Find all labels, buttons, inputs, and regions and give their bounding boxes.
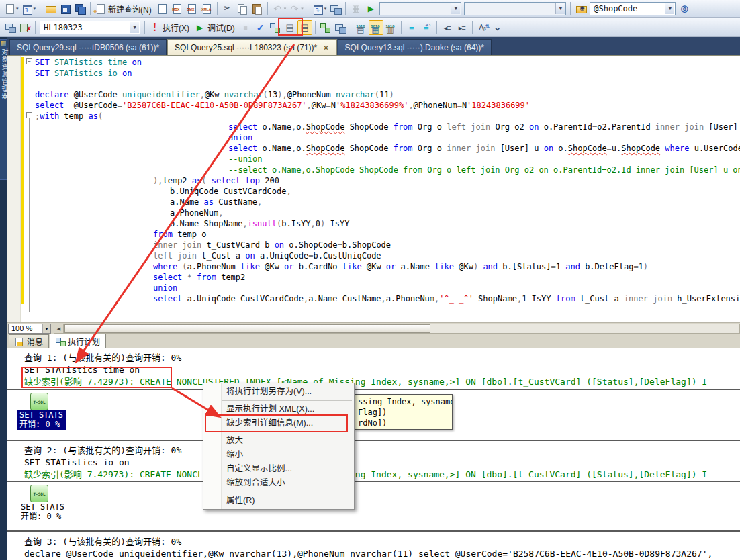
document-tab-label: SQLQuery25.sql -····L180323 (sa (71))* bbox=[175, 43, 317, 52]
code-area: SET STATistics time onSET STATistics io … bbox=[7, 56, 740, 322]
code-token: like bbox=[342, 262, 367, 271]
code-token: , bbox=[381, 294, 386, 304]
plan-node-tsql-icon[interactable]: T-SQL bbox=[30, 393, 48, 410]
search-folder-button[interactable] bbox=[573, 1, 588, 16]
include-client-statistics-button[interactable] bbox=[333, 20, 348, 35]
include-actual-plan-button-icon bbox=[320, 22, 331, 33]
results-to-file-button[interactable] bbox=[383, 20, 398, 35]
new-query-button[interactable]: 新建查询(N) bbox=[93, 1, 155, 16]
find-in-files-button[interactable] bbox=[677, 1, 692, 16]
scrollbar-thumb[interactable] bbox=[64, 324, 430, 333]
tab-messages[interactable]: 消息 bbox=[9, 334, 49, 348]
tab-execution-plan[interactable]: 执行计划 bbox=[50, 334, 106, 348]
change-connection-button[interactable] bbox=[17, 20, 32, 35]
paste-button[interactable] bbox=[250, 1, 265, 16]
code-token: b.CardNo bbox=[299, 262, 342, 271]
menu-item-3[interactable]: 缺少索引详细信息(M)... bbox=[203, 416, 354, 430]
menu-item-5[interactable]: 缩小 bbox=[203, 448, 354, 462]
code-token: 'B2587C6B-EEAC-4E10-A50B-0D89F873A267' bbox=[122, 101, 307, 110]
plan-node-label[interactable]: SET STATS 开销: 0 % bbox=[21, 502, 64, 521]
plan-node-tsql-icon[interactable]: T-SQL bbox=[30, 485, 48, 502]
cut-button[interactable] bbox=[220, 1, 235, 16]
database-combo[interactable]: HL180323▼ bbox=[40, 21, 140, 34]
code-token: on bbox=[122, 68, 132, 78]
stop-button[interactable] bbox=[238, 20, 253, 35]
activity-monitor-button[interactable] bbox=[349, 1, 363, 16]
code-token: nvarchar bbox=[224, 90, 263, 99]
new-window-split-button[interactable]: ▾ bbox=[20, 1, 38, 16]
section-separator bbox=[7, 481, 740, 482]
results-to-text-button[interactable] bbox=[354, 20, 369, 35]
undo-split-button-icon bbox=[272, 3, 283, 14]
scroll-left-icon[interactable]: ◀ bbox=[54, 324, 64, 333]
results-to-file-button-icon bbox=[385, 22, 396, 33]
menu-item-1[interactable]: 将执行计划另存为(V)... bbox=[203, 385, 354, 399]
open-file-button[interactable] bbox=[43, 1, 58, 16]
code-token: with bbox=[40, 111, 64, 121]
undo-split-button[interactable]: ▾ bbox=[271, 1, 288, 16]
menu-item-7[interactable]: 缩放到合适大小 bbox=[203, 476, 354, 490]
parse-button[interactable] bbox=[253, 20, 268, 35]
results-to-text-button-icon bbox=[355, 22, 367, 33]
copy-button-icon bbox=[236, 3, 248, 14]
execute-button[interactable]: 执行(X) bbox=[148, 20, 193, 35]
code-line: SET STATistics time on bbox=[35, 57, 142, 68]
mdx-query-button[interactable]: MDX bbox=[170, 1, 185, 16]
query-header: 查询 1: (与该批有关的)查询开销: 0% bbox=[24, 352, 181, 363]
debug-button[interactable]: 调试(D) bbox=[193, 20, 238, 35]
dmx-query-button[interactable]: DMX bbox=[185, 1, 199, 16]
menu-item-4[interactable]: 放大 bbox=[203, 434, 354, 448]
redo-split-button[interactable]: ▾ bbox=[287, 1, 305, 16]
decrease-indent-button[interactable] bbox=[440, 20, 455, 35]
new-file-split-button[interactable]: ▾ bbox=[3, 1, 20, 16]
document-tab-1[interactable]: SQLQuery29.sql -····tDB0506 (sa (61))* bbox=[9, 39, 167, 55]
copy-button[interactable] bbox=[235, 1, 250, 16]
code-token: , bbox=[286, 187, 291, 196]
connect-button[interactable] bbox=[3, 20, 17, 35]
close-icon[interactable]: × bbox=[322, 44, 329, 52]
toolbar-combo-empty-2[interactable]: ▼ bbox=[464, 2, 566, 15]
zoom-combo[interactable]: 100 %▼ bbox=[8, 324, 51, 334]
results-to-grid-button[interactable] bbox=[369, 20, 383, 35]
shopcode-combo[interactable]: @ShopCode▼ bbox=[590, 2, 676, 15]
code-token: ShopCode bbox=[568, 144, 607, 153]
specify-template-values-button[interactable] bbox=[475, 20, 490, 35]
toolbar-separator bbox=[35, 21, 36, 34]
code-token: --select o.Name,o.ShopCode ShopCode from… bbox=[228, 165, 740, 175]
horizontal-scrollbar[interactable]: ◀ bbox=[54, 324, 740, 334]
code-token: temp bbox=[64, 111, 88, 121]
comment-lines-button[interactable] bbox=[404, 20, 419, 35]
navigate-forward-button[interactable] bbox=[328, 1, 342, 16]
object-explorer-collapsed-tab[interactable]: 对象资源管理器 bbox=[0, 39, 7, 180]
start-debugging-button[interactable] bbox=[363, 1, 378, 16]
navigate-backward-button[interactable]: ▾ bbox=[311, 1, 328, 16]
menu-item-6[interactable]: 自定义显示比例... bbox=[203, 462, 354, 476]
missing-index-hint[interactable]: 缺少索引(影响 7.42973): CREATE NONCLUSTERED IN… bbox=[24, 376, 707, 387]
intellisense-enabled-button[interactable] bbox=[297, 20, 312, 35]
menu-item-2[interactable]: 显示执行计划 XML(X)... bbox=[203, 402, 354, 416]
stop-button-icon bbox=[240, 22, 251, 33]
code-token: where bbox=[153, 262, 182, 271]
document-tab-2[interactable]: SQLQuery25.sql -····L180323 (sa (71))*× bbox=[167, 39, 337, 55]
sql-editor[interactable]: − − SET STATistics time onSET STATistics… bbox=[7, 55, 740, 322]
save-button[interactable] bbox=[58, 1, 73, 16]
plan-node-label[interactable]: SET STATS 开销: 0 % bbox=[17, 410, 66, 430]
uncomment-lines-button[interactable] bbox=[419, 20, 434, 35]
display-estimated-plan-button[interactable] bbox=[268, 20, 283, 35]
missing-index-hint[interactable]: 缺少索引(影响 7.42973): CREATE NONCLUSTERED IN… bbox=[24, 469, 707, 480]
menu-item-8[interactable]: 属性(R) bbox=[203, 494, 354, 508]
query-options-button[interactable] bbox=[283, 20, 297, 35]
code-token: ) bbox=[277, 90, 282, 99]
toolbar-overflow-button[interactable] bbox=[490, 20, 505, 35]
toolbar-combo-empty-1[interactable]: ▼ bbox=[379, 2, 461, 15]
save-all-button[interactable] bbox=[73, 1, 87, 16]
database-engine-query-button[interactable] bbox=[155, 1, 170, 16]
code-token: on bbox=[529, 122, 544, 132]
new-window-split-button-icon bbox=[21, 3, 33, 14]
code-token: as bbox=[204, 197, 219, 207]
xmla-query-button[interactable]: XMLA bbox=[199, 1, 214, 16]
increase-indent-button[interactable] bbox=[455, 20, 469, 35]
include-actual-plan-button[interactable] bbox=[318, 20, 333, 35]
sql-editor-toolbar: HL180323▼执行(X)调试(D) bbox=[0, 18, 740, 37]
document-tab-3[interactable]: SQLQuery13.sql -····).Daoke (sa (64))* bbox=[338, 39, 492, 55]
